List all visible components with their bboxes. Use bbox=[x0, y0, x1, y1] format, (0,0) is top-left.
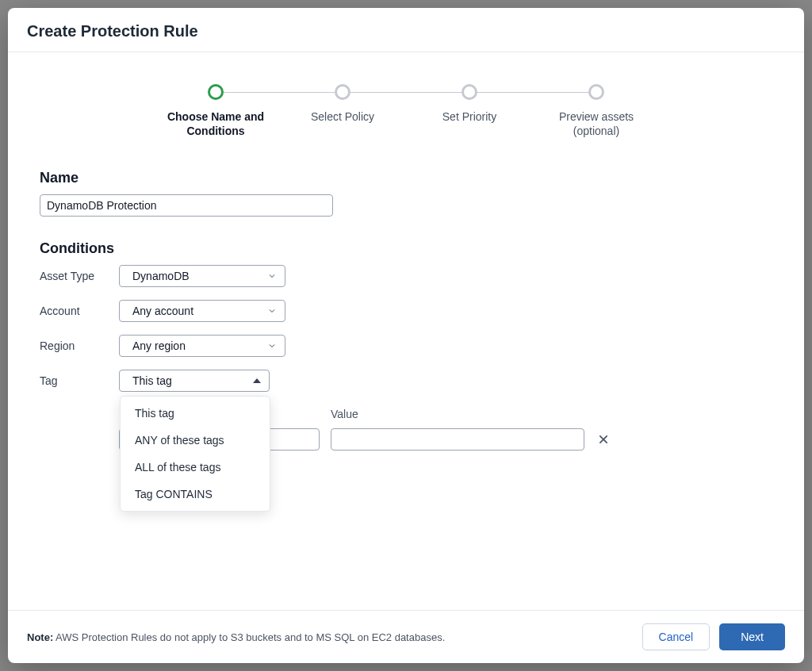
account-value: Any account bbox=[132, 305, 193, 317]
footer-note-bold: Note: bbox=[27, 631, 53, 643]
modal-body: Choose Name and Conditions Select Policy… bbox=[8, 52, 804, 610]
account-row: Account Any account bbox=[40, 300, 772, 322]
step-select-policy[interactable]: Select Policy bbox=[279, 84, 406, 124]
region-label: Region bbox=[40, 339, 119, 352]
wizard-stepper: Choose Name and Conditions Select Policy… bbox=[40, 84, 772, 138]
footer-actions: Cancel Next bbox=[642, 623, 785, 650]
close-icon bbox=[597, 433, 610, 446]
tag-option-all[interactable]: ALL of these tags bbox=[121, 454, 270, 481]
step-circle-icon bbox=[208, 84, 224, 100]
tag-option-contains[interactable]: Tag CONTAINS bbox=[121, 481, 270, 508]
step-label: Choose Name and Conditions bbox=[160, 109, 271, 138]
name-section: Name bbox=[40, 170, 772, 217]
chevron-down-icon bbox=[267, 341, 277, 351]
tag-mode-value: This tag bbox=[132, 374, 172, 387]
footer-note-text: AWS Protection Rules do not apply to S3 … bbox=[53, 631, 445, 643]
step-line bbox=[216, 92, 343, 93]
asset-type-value: DynamoDB bbox=[132, 270, 190, 282]
tag-value-input[interactable] bbox=[331, 428, 584, 451]
tag-value-label: Value bbox=[331, 408, 584, 420]
remove-tag-button[interactable] bbox=[596, 428, 611, 451]
step-label: Preview assets (optional) bbox=[541, 109, 652, 138]
step-choose-name[interactable]: Choose Name and Conditions bbox=[152, 84, 279, 138]
cancel-button[interactable]: Cancel bbox=[642, 623, 710, 650]
conditions-section: Conditions Asset Type DynamoDB Account A… bbox=[40, 240, 772, 451]
tag-mode-select[interactable]: This tag This tag ANY of these tags ALL … bbox=[119, 370, 270, 392]
next-button[interactable]: Next bbox=[719, 623, 785, 650]
rule-name-input[interactable] bbox=[40, 194, 333, 217]
tag-value-column: Value bbox=[331, 408, 584, 451]
region-select[interactable]: Any region bbox=[119, 335, 285, 357]
step-circle-icon bbox=[335, 84, 350, 100]
create-protection-rule-modal: Create Protection Rule Choose Name and C… bbox=[8, 8, 804, 663]
chevron-down-icon bbox=[267, 271, 277, 281]
step-line bbox=[343, 92, 469, 93]
tag-option-this[interactable]: This tag bbox=[121, 400, 270, 427]
tag-option-any[interactable]: ANY of these tags bbox=[121, 427, 270, 454]
region-value: Any region bbox=[132, 339, 186, 352]
chevron-up-icon bbox=[253, 378, 261, 383]
tag-mode-dropdown: This tag ANY of these tags ALL of these … bbox=[120, 396, 270, 512]
asset-type-select[interactable]: DynamoDB bbox=[119, 265, 285, 287]
step-set-priority[interactable]: Set Priority bbox=[406, 84, 533, 124]
step-circle-icon bbox=[462, 84, 477, 100]
account-select[interactable]: Any account bbox=[119, 300, 285, 322]
tag-row: Tag This tag This tag ANY of these tags … bbox=[40, 370, 772, 392]
modal-title: Create Protection Rule bbox=[27, 22, 785, 40]
modal-header: Create Protection Rule bbox=[8, 8, 804, 52]
chevron-down-icon bbox=[267, 306, 277, 316]
step-label: Select Policy bbox=[311, 109, 374, 124]
asset-type-label: Asset Type bbox=[40, 270, 119, 282]
step-line bbox=[469, 92, 596, 93]
modal-footer: Note: AWS Protection Rules do not apply … bbox=[8, 610, 804, 663]
conditions-heading: Conditions bbox=[40, 240, 772, 257]
footer-note: Note: AWS Protection Rules do not apply … bbox=[27, 631, 445, 643]
name-heading: Name bbox=[40, 170, 772, 186]
step-label: Set Priority bbox=[442, 109, 496, 124]
asset-type-row: Asset Type DynamoDB bbox=[40, 265, 772, 287]
region-row: Region Any region bbox=[40, 335, 772, 357]
step-circle-icon bbox=[588, 84, 604, 100]
account-label: Account bbox=[40, 305, 119, 317]
tag-label: Tag bbox=[40, 374, 119, 387]
